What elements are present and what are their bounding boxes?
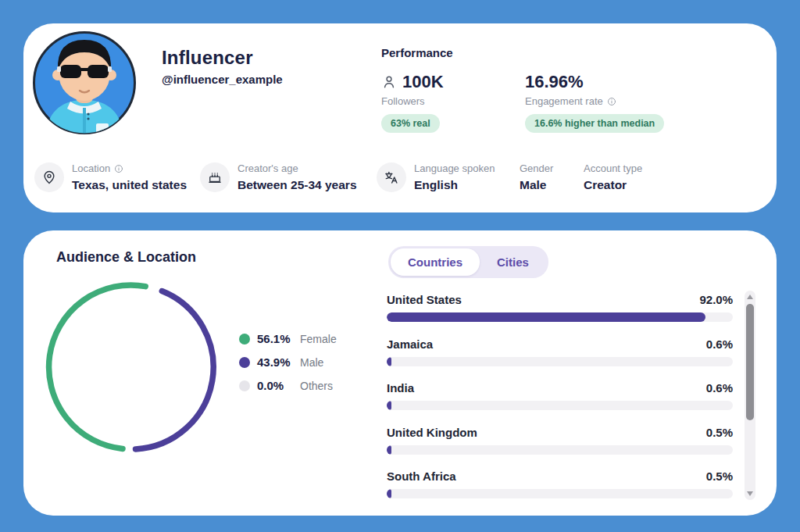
country-bar-track [387, 445, 733, 455]
country-bar-track [387, 489, 733, 498]
metric-value: 16.96% [525, 72, 584, 92]
country-bar-fill [387, 489, 391, 498]
profile-name: Influencer [162, 47, 253, 69]
detail-value: Creator [584, 178, 642, 192]
detail-label: Gender [520, 162, 553, 174]
info-icon[interactable] [607, 97, 616, 106]
country-bar-track [387, 401, 733, 410]
metric-value: 100K [402, 72, 444, 92]
profile-handle: @influencer_example [162, 73, 283, 86]
info-icon[interactable] [114, 164, 123, 173]
country-percent: 92.0% [699, 293, 733, 306]
metric-label: Followers [381, 95, 425, 107]
legend-dot-icon [239, 334, 250, 345]
legend-dot-icon [239, 357, 250, 368]
metric-badge: 63% real [381, 114, 440, 133]
profile-detail: Creator's age Between 25-34 years [200, 162, 357, 192]
profile-detail: Account type Creator [584, 162, 642, 192]
country-name: South Africa [387, 470, 456, 483]
donut-female-arc [49, 285, 146, 448]
detail-label: Account type [584, 162, 642, 174]
detail-value: English [414, 178, 495, 192]
legend-label: Female [300, 333, 337, 345]
country-name: Jamaica [387, 337, 433, 351]
translate-icon [377, 162, 406, 192]
country-bar-track [387, 357, 733, 366]
legend-percent: 43.9% [257, 355, 293, 369]
detail-value: Texas, united states [72, 178, 187, 192]
detail-value: Between 25-34 years [238, 178, 357, 192]
donut-male-arc [136, 291, 214, 449]
country-bar-fill [387, 312, 705, 322]
legend-dot-icon [239, 380, 250, 391]
country-name: United States [387, 293, 462, 306]
country-bar-fill [387, 357, 391, 366]
profile-detail: Location Texas, united states [34, 162, 187, 192]
country-bar-track [387, 312, 733, 322]
legend-item: 43.9% Male [239, 355, 337, 369]
country-list: United States 92.0% Jamaica 0.6% India 0… [387, 230, 733, 516]
detail-label: Creator's age [238, 162, 298, 174]
legend-percent: 0.0% [257, 379, 293, 392]
followers-icon [381, 74, 397, 90]
scrollbar-thumb[interactable] [746, 304, 754, 420]
country-percent: 0.5% [706, 426, 733, 439]
country-bar-fill [387, 401, 391, 410]
scroll-up-icon[interactable] [747, 295, 753, 299]
country-percent: 0.6% [706, 381, 733, 395]
gender-donut-chart [41, 277, 221, 457]
location-pin-icon [34, 162, 64, 192]
profile-detail: Language spoken English [377, 162, 495, 192]
country-name: United Kingdom [387, 426, 477, 439]
legend-item: 0.0% Others [239, 379, 337, 392]
performance-metric: 100K Followers 63% real [381, 72, 444, 133]
detail-label: Location [72, 162, 110, 174]
performance-metric: 16.96% Engagement rate 16.6% higher than… [525, 72, 664, 133]
profile-card: Influencer @influencer_example Performan… [23, 23, 777, 212]
metric-label: Engagement rate [525, 95, 603, 107]
legend-percent: 56.1% [257, 332, 293, 345]
country-list-scrollbar[interactable] [745, 291, 755, 500]
legend-item: 56.1% Female [239, 332, 337, 345]
country-percent: 0.5% [706, 470, 733, 483]
country-name: India [387, 381, 414, 395]
audience-title: Audience & Location [56, 249, 196, 266]
gender-legend: 56.1% Female 43.9% Male 0.0% Others [239, 332, 337, 392]
avatar [31, 30, 138, 136]
profile-detail: Gender Male [520, 162, 553, 192]
country-percent: 0.6% [706, 337, 733, 351]
legend-label: Male [300, 356, 323, 369]
scroll-down-icon[interactable] [747, 491, 753, 496]
audience-card: Audience & Location 56.1% Female 43.9% M… [23, 230, 777, 516]
performance-title: Performance [381, 46, 453, 59]
detail-value: Male [520, 178, 553, 192]
cake-icon [200, 162, 230, 192]
metric-badge: 16.6% higher than median [525, 114, 664, 133]
country-bar-fill [387, 445, 391, 455]
legend-label: Others [300, 380, 333, 392]
detail-label: Language spoken [414, 162, 495, 174]
